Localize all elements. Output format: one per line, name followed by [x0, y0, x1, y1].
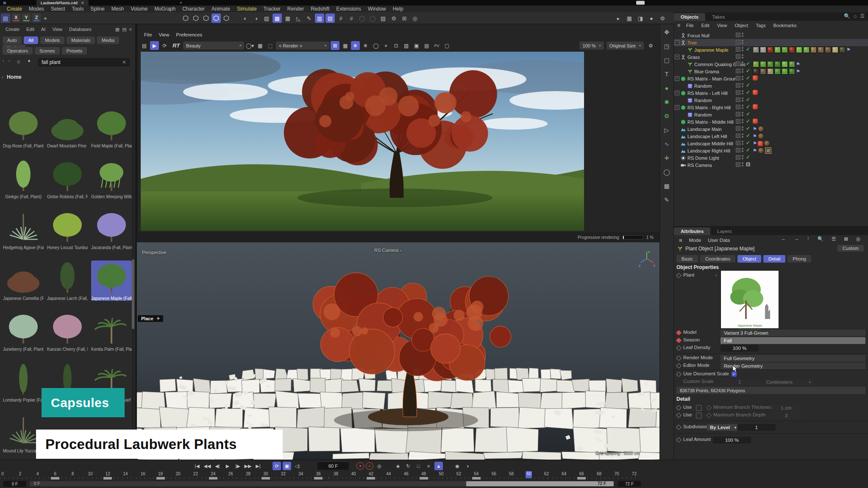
- custom-scale-field[interactable]: 1: [721, 379, 759, 385]
- bend-deformer-icon[interactable]: ∿: [662, 139, 671, 149]
- rv-menu-file[interactable]: File: [142, 32, 155, 37]
- poly-pen-1-icon[interactable]: [181, 14, 190, 23]
- visibility-toggle[interactable]: [736, 126, 740, 131]
- text-tool-icon[interactable]: T: [662, 69, 671, 79]
- material-swatch[interactable]: [796, 47, 802, 53]
- material-swatch[interactable]: [774, 47, 781, 53]
- asset-item[interactable]: Hedgehog Agave (Fall...: [3, 210, 44, 250]
- search-input[interactable]: fall plant ✕: [38, 58, 130, 67]
- enabled-check-icon[interactable]: ✓: [746, 46, 750, 52]
- filter-presets[interactable]: Presets: [62, 47, 87, 55]
- asset-item[interactable]: Kanzan Cherry (Fall, Pl...: [47, 311, 88, 352]
- settings-gear-icon[interactable]: ⚙: [658, 14, 667, 23]
- attr-tab-detail[interactable]: Detail: [763, 255, 785, 263]
- axis-lock-x[interactable]: X: [12, 14, 20, 22]
- om-menu-file[interactable]: File: [683, 23, 697, 28]
- min-branch-field[interactable]: 1 cm: [771, 405, 801, 411]
- scatter-icon[interactable]: ✱: [662, 97, 671, 107]
- tab-attributes[interactable]: Attributes: [674, 227, 710, 235]
- user-data-menu[interactable]: User Data: [705, 238, 732, 243]
- tab-takes[interactable]: Takes: [705, 13, 732, 21]
- material-swatch[interactable]: [767, 68, 773, 75]
- asset-item[interactable]: Kentia Palm (Fall, Plant): [91, 311, 132, 352]
- end-frame-field[interactable]: 72 F: [618, 481, 641, 487]
- menu-create[interactable]: Create: [3, 6, 25, 12]
- menu-select[interactable]: Select: [47, 6, 68, 12]
- enabled-check-icon[interactable]: ✓: [746, 111, 750, 117]
- visibility-toggle[interactable]: [736, 141, 740, 145]
- size-dropdown[interactable]: Original Size▾: [606, 42, 644, 50]
- enabled-check-icon[interactable]: ✓: [746, 140, 750, 146]
- filter-materials[interactable]: Materials: [67, 36, 95, 44]
- mode-menu[interactable]: Mode: [687, 238, 704, 243]
- search-icon[interactable]: 🔍: [844, 13, 850, 19]
- visibility-toggle[interactable]: [736, 148, 740, 152]
- menu-window[interactable]: Window: [364, 6, 389, 12]
- material-ball-icon[interactable]: [758, 126, 764, 132]
- ab-menu-view[interactable]: View: [49, 26, 65, 33]
- material-swatch[interactable]: [760, 61, 766, 67]
- visibility-toggle[interactable]: [736, 83, 740, 88]
- image-icon[interactable]: ▣: [412, 41, 421, 50]
- season-dropdown[interactable]: Fall: [721, 337, 865, 344]
- expand-arrow-icon[interactable]: ›: [715, 272, 717, 277]
- visibility-toggle[interactable]: [736, 155, 740, 160]
- hamburger-icon[interactable]: ≡: [676, 237, 685, 244]
- material-swatch[interactable]: [767, 47, 773, 53]
- record-button[interactable]: ●: [356, 462, 364, 470]
- visibility-toggle[interactable]: [736, 105, 740, 109]
- render-dots[interactable]: [742, 162, 743, 166]
- enabled-check-icon[interactable]: ✓: [746, 97, 750, 103]
- document-tab[interactable]: LaubwerkPlants.c4d ✕: [36, 0, 89, 6]
- material-swatch[interactable]: [753, 61, 759, 67]
- gear-tool-icon[interactable]: ⚙: [389, 14, 398, 23]
- om-menu-edit[interactable]: Edit: [698, 23, 713, 28]
- material-swatch[interactable]: [818, 47, 824, 53]
- keyframe-marker[interactable]: [209, 477, 217, 480]
- forward-arrow-icon[interactable]: →: [791, 236, 801, 242]
- generator-gear-icon[interactable]: ⚙: [662, 111, 671, 121]
- material-swatch[interactable]: [782, 68, 788, 75]
- ab-menu-create[interactable]: Create: [3, 26, 22, 33]
- render-dots[interactable]: [742, 112, 743, 116]
- flag-tag-icon[interactable]: ⚑: [846, 47, 851, 53]
- ghost-doc-button[interactable]: ▣: [283, 462, 291, 470]
- layout-switch-icon[interactable]: [636, 1, 645, 5]
- asset-item[interactable]: Field Maple (Fall, Plant): [91, 108, 132, 148]
- material-swatch[interactable]: [839, 47, 846, 53]
- render-dots[interactable]: [742, 69, 743, 73]
- collapse-icon[interactable]: ‹: [2, 74, 3, 80]
- home-icon[interactable]: ⌂: [17, 58, 20, 64]
- cube-mode-b-icon[interactable]: ▩: [273, 14, 282, 23]
- visibility-toggle[interactable]: [736, 76, 740, 80]
- menu-modes[interactable]: Modes: [25, 6, 47, 12]
- flag-tag-icon[interactable]: ⚑: [753, 126, 757, 132]
- search-icon[interactable]: 🔍: [815, 236, 826, 242]
- material-swatch[interactable]: [774, 68, 781, 75]
- new-tab-button[interactable]: +: [180, 0, 182, 5]
- object-tree-row[interactable]: Landscape Main✓⚑: [674, 125, 868, 133]
- menu-icon[interactable]: ≡: [129, 27, 132, 32]
- render-dots[interactable]: [742, 33, 743, 37]
- object-tree-row[interactable]: RS Matrix - Middle Hill✓: [674, 118, 868, 125]
- lock-icon[interactable]: ⊠: [331, 41, 339, 50]
- use-min-branch-checkbox[interactable]: [696, 405, 702, 411]
- current-frame-field[interactable]: 60 F: [317, 462, 349, 470]
- axis-lock-y[interactable]: Y: [22, 14, 31, 22]
- circle-menu-icon[interactable]: ◯: [371, 41, 380, 50]
- redshift-tag-icon[interactable]: [753, 75, 758, 80]
- object-tree-row[interactable]: Landscape Right Hill✓⚑⊘: [674, 147, 868, 154]
- object-tree-row[interactable]: RS Camera⊡: [674, 161, 868, 169]
- back-arrow-icon[interactable]: ←: [779, 236, 789, 242]
- keyframe-marker[interactable]: [314, 477, 323, 480]
- material-swatch[interactable]: [753, 47, 759, 53]
- grid-a-icon[interactable]: #: [336, 14, 345, 23]
- enabled-check-icon[interactable]: ✓: [746, 75, 750, 81]
- editor-mode-dropdown[interactable]: Render Geometry: [721, 363, 865, 369]
- keyframe-marker[interactable]: [262, 477, 270, 480]
- snap-b-icon[interactable]: ▤: [326, 14, 335, 23]
- menu-mesh[interactable]: Mesh: [108, 6, 127, 12]
- tag-icon[interactable]: ▷: [662, 125, 671, 135]
- visibility-toggle[interactable]: [736, 97, 740, 102]
- asset-item[interactable]: Globe Robinia (Fall, Pl...: [47, 159, 88, 199]
